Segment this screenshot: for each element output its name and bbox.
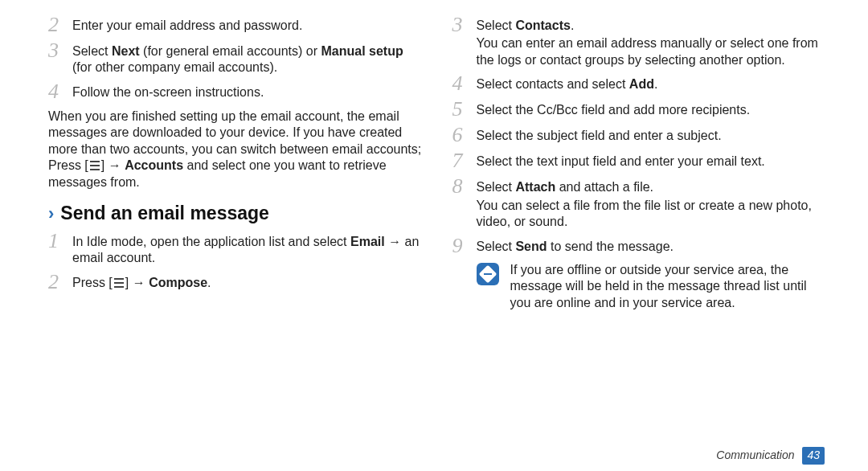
footer-section-label: Communication — [716, 448, 794, 461]
page: 2 Enter your email address and password.… — [0, 0, 868, 471]
text: . — [207, 276, 211, 289]
step-text: In Idle mode, open the application list … — [72, 231, 424, 267]
text: ] → — [101, 158, 125, 172]
step-text: Select Next (for general email accounts)… — [72, 40, 424, 76]
text: . — [571, 18, 574, 32]
text: Select contacts and select — [477, 77, 629, 91]
text: (for other company email accounts). — [72, 60, 277, 74]
step-number: 1 — [48, 231, 72, 252]
step-text: Follow the on-screen instructions. — [72, 81, 424, 100]
step-text: Select Send to send the message. — [477, 236, 829, 255]
text: Select the text input field and enter yo… — [477, 154, 765, 168]
setup-step-3: 3 Select Next (for general email account… — [48, 40, 424, 76]
step-number: 3 — [452, 14, 477, 35]
menu-icon — [114, 278, 124, 288]
step-number: 4 — [48, 81, 72, 102]
text: In Idle mode, open the application list … — [72, 235, 350, 248]
text: Enter your email address and password. — [72, 18, 302, 32]
step-text: Select contacts and select Add. — [477, 73, 829, 92]
step-number: 5 — [452, 99, 477, 120]
send-step-7: 7 Select the text input field and enter … — [452, 150, 829, 171]
text: to send the message. — [547, 240, 674, 253]
bold-manual-setup: Manual setup — [321, 44, 403, 58]
send-step-3: 3 Select Contacts. You can enter an emai… — [452, 14, 829, 68]
note-text: If you are offline or outside your servi… — [510, 261, 829, 311]
left-column: 2 Enter your email address and password.… — [48, 14, 424, 442]
step-text: Select the subject field and enter a sub… — [477, 125, 829, 144]
bold-compose: Compose — [149, 276, 207, 289]
step-text: Press [] → Compose. — [72, 272, 424, 291]
step-number: 4 — [452, 73, 477, 94]
send-step-5: 5 Select the Cc/Bcc field and add more r… — [452, 99, 829, 120]
bold-next: Next — [112, 44, 140, 58]
setup-step-2: 2 Enter your email address and password. — [48, 14, 424, 35]
account-switch-paragraph: When you are finished setting up the ema… — [48, 109, 424, 190]
content-columns: 2 Enter your email address and password.… — [48, 14, 828, 442]
text: Press [ — [72, 276, 113, 289]
bold-email: Email — [350, 235, 385, 248]
step-number: 3 — [48, 40, 72, 61]
step-text: Select the Cc/Bcc field and add more rec… — [477, 99, 829, 118]
page-number: 43 — [802, 447, 825, 465]
bold-contacts: Contacts — [515, 18, 570, 32]
text: . — [654, 77, 657, 91]
step-subtext: You can enter an email address manually … — [477, 35, 829, 68]
bold-attach: Attach — [515, 180, 555, 194]
send-step-6: 6 Select the subject field and enter a s… — [452, 125, 829, 145]
step-text: Select Contacts. You can enter an email … — [477, 14, 829, 68]
heading-send-email: › Send an email message — [48, 202, 424, 225]
text: Select the Cc/Bcc field and add more rec… — [477, 103, 751, 117]
text: Select — [477, 180, 516, 194]
setup-step-4: 4 Follow the on-screen instructions. — [48, 81, 424, 102]
bold-add: Add — [629, 77, 654, 91]
page-footer: Communication 43 — [48, 442, 828, 465]
right-column: 3 Select Contacts. You can enter an emai… — [452, 14, 829, 442]
chevron-icon: › — [48, 205, 54, 223]
offline-note: If you are offline or outside your servi… — [477, 261, 829, 311]
step-number: 2 — [48, 14, 72, 35]
text: Select — [72, 44, 112, 58]
step-subtext: You can select a file from the file list… — [477, 198, 829, 231]
menu-icon — [90, 161, 100, 170]
step-number: 9 — [452, 236, 477, 256]
text: Select — [477, 240, 516, 253]
text: Select the subject field and enter a sub… — [477, 129, 722, 142]
step-number: 7 — [452, 150, 477, 171]
step-text: Enter your email address and password. — [72, 14, 424, 34]
step-text: Select Attach and attach a file. You can… — [477, 176, 829, 230]
send-step-8: 8 Select Attach and attach a file. You c… — [452, 176, 829, 230]
send-step-4: 4 Select contacts and select Add. — [452, 73, 829, 94]
step-number: 2 — [48, 272, 72, 293]
step-text: Select the text input field and enter yo… — [477, 150, 829, 170]
send-step-2: 2 Press [] → Compose. — [48, 272, 424, 293]
step-number: 6 — [452, 125, 477, 145]
step-number: 8 — [452, 176, 477, 197]
bold-accounts: Accounts — [125, 158, 183, 172]
note-icon — [477, 263, 499, 285]
heading-text: Send an email message — [60, 202, 269, 225]
send-step-1: 1 In Idle mode, open the application lis… — [48, 231, 424, 267]
text: Follow the on-screen instructions. — [72, 85, 264, 99]
text: and attach a file. — [555, 180, 653, 194]
text: ] → — [125, 276, 149, 289]
text: Select — [477, 18, 516, 32]
bold-send: Send — [515, 240, 547, 253]
text: (for general email accounts) or — [140, 44, 321, 58]
send-step-9: 9 Select Send to send the message. — [452, 236, 829, 256]
